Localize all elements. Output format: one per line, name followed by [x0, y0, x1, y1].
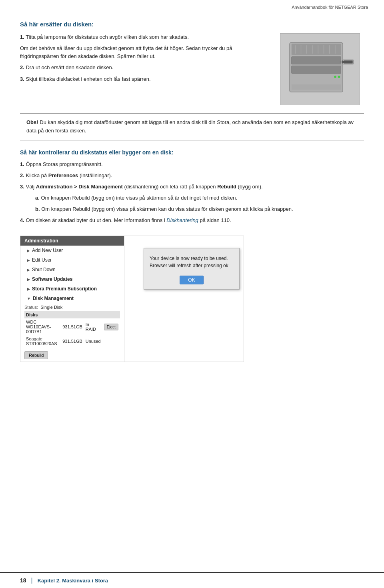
menu-edit-user-label: Edit User: [32, 257, 52, 263]
disk-status-value: Single Disk: [40, 305, 62, 310]
s2-step-1-text: Öppna Storas programgränssnitt.: [26, 161, 102, 167]
header-title: Användarhandbok för NETGEAR Stora: [292, 5, 368, 10]
eject-button-1[interactable]: Eject: [104, 324, 118, 330]
svg-point-15: [334, 76, 336, 78]
s2-step-4: 4. Om disken är skadad byter du ut den. …: [20, 216, 364, 224]
s2-step-3-text: Välj Administration > Disk Management (d…: [26, 184, 262, 190]
s2-step-3-subs: a. Om knappen Rebuild (bygg om) inte vis…: [35, 194, 364, 213]
dialog-ok-button[interactable]: OK: [180, 276, 203, 284]
disk-row-2: Seagate ST31000520AS 931.51GB Unused: [24, 335, 120, 347]
disk-table: Disks WDC WD10EAVS-00D7B1 931.51GB In RA…: [24, 311, 120, 347]
step-3-text: Skjut tillbaka diskfacket i enheten och …: [26, 76, 150, 82]
disk1-status: In RAID: [84, 318, 102, 335]
menu-disk-management[interactable]: ▼ Disk Management: [20, 294, 124, 303]
s2-step-3b-text: Om knappen Rebuild (bygg om) visas på sk…: [41, 206, 293, 212]
arrow-add-user: ▶: [27, 248, 30, 253]
s2-step-3b-label: b.: [35, 206, 40, 212]
rebuild-button[interactable]: Rebuild: [24, 351, 48, 359]
menu-software-updates[interactable]: ▶ Software Updates: [20, 274, 124, 284]
section2-heading: Så här kontrollerar du diskstatus eller …: [20, 149, 364, 156]
svg-rect-1: [292, 44, 341, 55]
svg-point-16: [338, 76, 340, 78]
disk1-action: Eject: [102, 318, 120, 335]
device-image-container: [276, 33, 364, 105]
menu-add-user-label: Add New User: [32, 248, 63, 253]
step-1-text: Titta på lamporna för diskstatus och avg…: [26, 34, 189, 40]
arrow-stora-premium: ▶: [27, 287, 30, 291]
disk1-size: 931.51GB: [61, 318, 84, 335]
obs-label: Obs!: [26, 119, 38, 125]
obs-box: Obs! Du kan skydda dig mot dataförluster…: [20, 113, 364, 140]
step-unlock-text: Om det behövs så låser du upp diskfacket…: [20, 45, 232, 59]
disk2-name: Seagate ST31000520AS: [24, 335, 61, 347]
disk2-status: Unused: [84, 335, 102, 347]
disk-table-header-row: Disks: [24, 311, 120, 318]
menu-shut-down[interactable]: ▶ Shut Down: [20, 265, 124, 274]
disk-col-name: Disks: [24, 311, 61, 318]
disk-management-section: Status: Single Disk Disks WDC W: [20, 303, 124, 362]
step-3-number: 3.: [20, 76, 24, 82]
disk-col-action: [102, 311, 120, 318]
svg-rect-13: [344, 60, 353, 64]
footer-chapter: Kapitel 2. Maskinvara i Stora: [38, 578, 108, 584]
dialog-text: Your device is now ready to be used. Bro…: [150, 255, 234, 269]
section2-steps: 1. Öppna Storas programgränssnitt. 2. Kl…: [20, 160, 364, 225]
arrow-disk-management: ▼: [27, 296, 31, 301]
s2-step-2-text: Klicka på Preferences (inställningar).: [26, 172, 112, 178]
menu-stora-premium[interactable]: ▶ Stora Premium Subscription: [20, 284, 124, 294]
disk-col-status: [84, 311, 102, 318]
menu-edit-user[interactable]: ▶ Edit User: [20, 255, 124, 265]
svg-rect-17: [292, 84, 341, 90]
device-image: [280, 33, 360, 105]
admin-panel: Administration ▶ Add New User ▶ Edit Use…: [20, 236, 124, 362]
disk2-action: [102, 335, 120, 347]
footer-page-number: 18: [20, 577, 26, 584]
footer-separator: |: [31, 577, 33, 584]
page-container: Användarhandbok för NETGEAR Stora Så här…: [0, 0, 384, 588]
s2-step-2: 2. Klicka på Preferences (inställningar)…: [20, 172, 364, 180]
admin-panel-title: Administration: [20, 236, 124, 246]
disk-status-line: Status: Single Disk: [24, 305, 120, 310]
step-unlock: Om det behövs så låser du upp diskfacket…: [20, 44, 268, 60]
step-1-number: 1.: [20, 34, 24, 40]
dialog-box: Your device is now ready to be used. Bro…: [144, 248, 240, 290]
device-svg: [282, 35, 358, 103]
s2-step-3a-label: a.: [35, 195, 40, 201]
menu-disk-management-label: Disk Management: [33, 296, 74, 301]
arrow-edit-user: ▶: [27, 258, 30, 262]
s2-step-2-number: 2.: [20, 172, 24, 178]
menu-shut-down-label: Shut Down: [32, 267, 56, 272]
main-content: Så här ersätter du disken: 1. Titta på l…: [0, 13, 384, 572]
s2-step-3a-text: Om knappen Rebuild (bygg om) inte visas …: [41, 195, 237, 201]
s2-step-4-text: Om disken är skadad byter du ut den. Mer…: [26, 217, 231, 223]
top-text: 1. Titta på lamporna för diskstatus och …: [20, 33, 268, 105]
menu-software-updates-label: Software Updates: [32, 276, 72, 282]
disk-col-size: [61, 311, 84, 318]
s2-step-3a: a. Om knappen Rebuild (bygg om) inte vis…: [35, 194, 364, 202]
screenshot-box: Administration ▶ Add New User ▶ Edit Use…: [20, 236, 244, 362]
disk-status-key: Status:: [24, 305, 38, 310]
disk-row-1: WDC WD10EAVS-00D7B1 931.51GB In RAID Eje…: [24, 318, 120, 335]
svg-rect-11: [292, 66, 341, 73]
arrow-shut-down: ▶: [27, 268, 30, 272]
s2-step-1: 1. Öppna Storas programgränssnitt.: [20, 160, 364, 168]
step-2-number: 2.: [20, 64, 24, 70]
svg-rect-10: [292, 57, 341, 64]
page-footer: 18 | Kapitel 2. Maskinvara i Stora: [0, 572, 384, 588]
step-1: 1. Titta på lamporna för diskstatus och …: [20, 33, 268, 41]
s2-step-3b: b. Om knappen Rebuild (bygg om) visas på…: [35, 205, 364, 213]
disk1-name: WDC WD10EAVS-00D7B1: [24, 318, 61, 335]
s2-step-3-number: 3.: [20, 184, 24, 190]
page-header: Användarhandbok för NETGEAR Stora: [0, 0, 384, 13]
arrow-software-updates: ▶: [27, 277, 30, 282]
screenshot-area: Administration ▶ Add New User ▶ Edit Use…: [20, 228, 244, 362]
section1-heading: Så här ersätter du disken:: [20, 21, 364, 28]
s2-step-1-number: 1.: [20, 161, 24, 167]
step-2: 2. Dra ut och ersätt den skadade disken.: [20, 64, 268, 72]
step-3: 3. Skjut tillbaka diskfacket i enheten o…: [20, 75, 268, 83]
s2-step-3: 3. Välj Administration > Disk Management…: [20, 183, 364, 191]
menu-add-user[interactable]: ▶ Add New User: [20, 246, 124, 255]
obs-text: Du kan skydda dig mot dataförluster geno…: [26, 119, 354, 134]
menu-stora-premium-label: Stora Premium Subscription: [32, 286, 97, 292]
s2-step-4-number: 4.: [20, 217, 24, 223]
